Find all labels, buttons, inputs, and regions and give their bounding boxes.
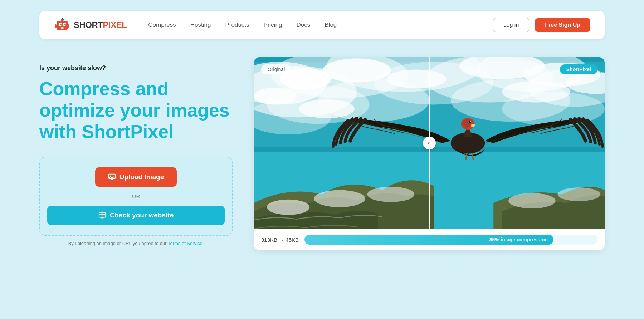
nav-compress[interactable]: Compress (148, 21, 176, 29)
svg-point-43 (314, 190, 365, 207)
hero-subtitle: Is your website slow? (39, 64, 233, 72)
compression-percent: 85% image compression (489, 237, 548, 242)
nav-blog[interactable]: Blog (325, 21, 337, 29)
nav-pricing[interactable]: Pricing (264, 21, 282, 29)
login-button[interactable]: Log in (493, 18, 530, 32)
svg-rect-3 (60, 24, 62, 25)
hero-section: Is your website slow? Compress and optim… (39, 57, 605, 250)
terms-link[interactable]: Terms of Service. (168, 241, 204, 246)
svg-rect-0 (57, 21, 68, 30)
upload-icon (108, 173, 116, 181)
check-website-button[interactable]: Check your website (47, 206, 225, 225)
svg-point-49 (463, 119, 471, 127)
progress-bar-background: 85% image compression (304, 235, 597, 245)
comparison-handle[interactable]: ‹› (423, 137, 436, 149)
image-comparison: Original ShortPixel ‹› (254, 57, 605, 229)
svg-rect-8 (55, 24, 57, 28)
terms-text: By uploading an image or URL you agree t… (39, 241, 233, 246)
navbar: SHORTPIXEL Compress Hosting Products Pri… (39, 11, 605, 39)
size-label: 313KB → 45KB (261, 237, 299, 243)
original-label: Original (261, 64, 291, 74)
upload-image-button[interactable]: Upload Image (95, 167, 177, 187)
comparison-divider: ‹› (429, 57, 430, 229)
or-divider: OR (47, 193, 225, 199)
svg-point-32 (299, 99, 354, 118)
logo-icon (54, 16, 71, 34)
nav-hosting[interactable]: Hosting (190, 21, 211, 29)
svg-rect-7 (62, 18, 63, 19)
svg-point-41 (502, 81, 570, 103)
nav-links: Compress Hosting Products Pricing Docs B… (148, 21, 493, 29)
svg-rect-13 (99, 213, 106, 217)
upload-box: Upload Image OR Check your website (39, 157, 233, 236)
logo-short-text: SHORT (74, 20, 103, 30)
svg-point-45 (508, 193, 555, 208)
shortpixel-label: ShortPixel (560, 64, 597, 74)
svg-rect-9 (68, 24, 69, 28)
hero-left: Is your website slow? Compress and optim… (39, 57, 233, 246)
logo: SHORTPIXEL (54, 16, 127, 34)
hero-title: Compress and optimize your images with S… (39, 78, 233, 142)
logo-pixel-text: PIXEL (103, 20, 127, 30)
progress-bar-fill: 85% image compression (304, 235, 553, 245)
svg-point-44 (367, 187, 414, 202)
svg-point-42 (267, 200, 310, 215)
hero-right: Original ShortPixel ‹› 313KB → 45KB 85% … (254, 57, 605, 250)
svg-point-31 (254, 88, 297, 105)
website-icon (98, 211, 106, 219)
compression-stats: 313KB → 45KB 85% image compression (254, 229, 605, 250)
nav-docs[interactable]: Docs (297, 21, 311, 29)
svg-rect-5 (61, 27, 64, 29)
svg-point-29 (322, 58, 391, 82)
svg-rect-4 (64, 24, 66, 25)
nav-products[interactable]: Products (225, 21, 249, 29)
nav-actions: Log in Free Sign Up (493, 18, 590, 32)
svg-point-46 (558, 187, 601, 201)
svg-point-51 (470, 121, 471, 122)
svg-point-50 (469, 121, 471, 123)
signup-button[interactable]: Free Sign Up (535, 18, 590, 32)
